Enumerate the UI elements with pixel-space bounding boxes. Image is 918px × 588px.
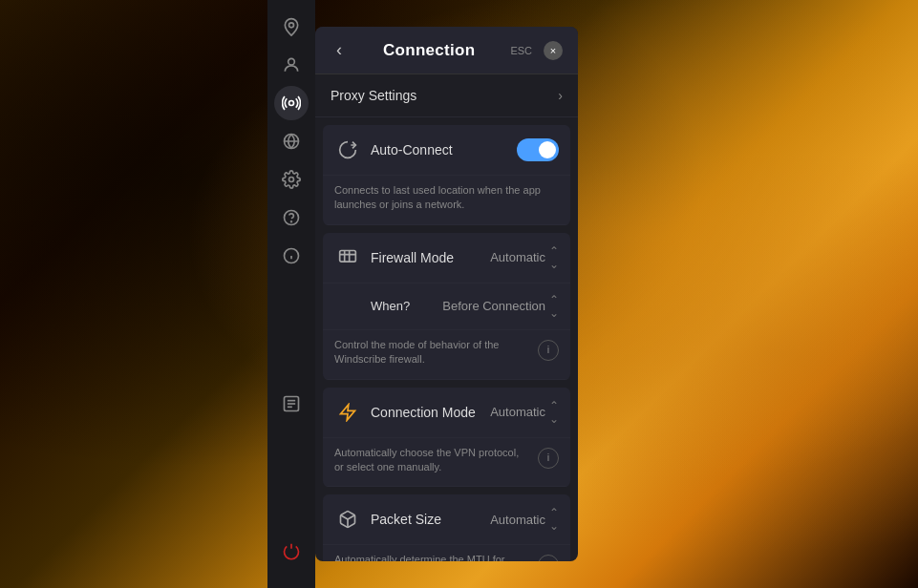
auto-connect-desc: Connects to last used location when the … bbox=[323, 176, 570, 225]
connection-mode-value: Automatic bbox=[490, 405, 545, 419]
panel-header: ‹ Connection ESC × bbox=[315, 27, 578, 74]
esc-label: ESC bbox=[510, 45, 532, 56]
when-chevron-icon: ⌃⌄ bbox=[549, 293, 559, 320]
connection-mode-chevron-icon: ⌃⌄ bbox=[549, 399, 559, 426]
sidebar-icon-help[interactable] bbox=[274, 200, 309, 235]
firewall-mode-chevron-icon: ⌃⌄ bbox=[549, 244, 559, 271]
panel-title: Connection bbox=[355, 41, 502, 60]
packet-size-label: Packet Size bbox=[371, 512, 490, 527]
packet-size-chevron-icon: ⌃⌄ bbox=[549, 506, 559, 533]
proxy-chevron-icon: › bbox=[558, 88, 563, 103]
toggle-knob bbox=[539, 141, 556, 158]
packet-size-card: Packet Size Automatic ⌃⌄ Automatically d… bbox=[323, 494, 570, 561]
connection-panel: ‹ Connection ESC × Proxy Settings › Auto… bbox=[315, 27, 578, 561]
packet-size-desc-text: Automatically determine the MTU for bbox=[334, 553, 530, 561]
panel-content: Proxy Settings › Auto-Connect Connects t… bbox=[315, 74, 578, 561]
sidebar-icon-info[interactable] bbox=[274, 239, 309, 273]
packet-size-value: Automatic bbox=[490, 513, 545, 527]
packet-size-desc: Automatically determine the MTU for i bbox=[323, 545, 570, 561]
svg-point-0 bbox=[289, 23, 294, 28]
svg-rect-14 bbox=[340, 250, 356, 262]
packet-size-icon bbox=[334, 506, 361, 533]
connection-mode-info-icon[interactable]: i bbox=[538, 448, 559, 469]
sidebar-icon-connection[interactable] bbox=[274, 86, 309, 120]
sidebar-icon-settings[interactable] bbox=[274, 162, 309, 197]
svg-point-4 bbox=[289, 178, 294, 182]
sidebar bbox=[267, 0, 315, 588]
firewall-info-icon[interactable]: i bbox=[538, 340, 559, 361]
sidebar-icon-account[interactable] bbox=[274, 48, 309, 82]
sidebar-icon-referral[interactable] bbox=[274, 387, 309, 421]
auto-connect-toggle[interactable] bbox=[517, 138, 559, 161]
proxy-settings-label: Proxy Settings bbox=[331, 88, 416, 103]
connection-mode-desc: Automatically choose the VPN protocol, o… bbox=[323, 438, 570, 488]
back-button[interactable]: ‹ bbox=[331, 38, 348, 62]
connection-mode-card: Connection Mode Automatic ⌃⌄ Automatical… bbox=[323, 388, 570, 488]
firewall-mode-label: Firewall Mode bbox=[371, 250, 490, 265]
sidebar-icon-power[interactable] bbox=[274, 535, 309, 569]
svg-point-1 bbox=[288, 58, 295, 65]
when-row[interactable]: When? Before Connection ⌃⌄ bbox=[323, 284, 570, 330]
svg-point-6 bbox=[291, 221, 292, 222]
connection-mode-desc-text: Automatically choose the VPN protocol, o… bbox=[334, 446, 530, 475]
firewall-mode-row[interactable]: Firewall Mode Automatic ⌃⌄ bbox=[323, 233, 570, 284]
close-button[interactable]: × bbox=[544, 41, 563, 60]
auto-connect-label: Auto-Connect bbox=[371, 142, 517, 158]
auto-connect-desc-text: Connects to last used location when the … bbox=[334, 183, 551, 213]
auto-connect-row: Auto-Connect bbox=[323, 125, 570, 176]
when-label: When? bbox=[334, 299, 442, 313]
firewall-mode-value: Automatic bbox=[490, 250, 545, 264]
sidebar-icon-location[interactable] bbox=[274, 10, 309, 44]
firewall-icon bbox=[334, 244, 361, 271]
svg-marker-18 bbox=[341, 404, 355, 420]
when-value: Before Connection bbox=[442, 299, 545, 313]
auto-connect-card: Auto-Connect Connects to last used locat… bbox=[323, 125, 570, 225]
sidebar-icon-globe[interactable] bbox=[274, 124, 309, 158]
connection-mode-icon bbox=[334, 399, 361, 426]
firewall-desc-text: Control the mode of behavior of the Wind… bbox=[334, 338, 530, 368]
connection-mode-label: Connection Mode bbox=[371, 405, 490, 420]
firewall-desc: Control the mode of behavior of the Wind… bbox=[323, 330, 570, 380]
svg-point-2 bbox=[289, 101, 294, 106]
connection-mode-row[interactable]: Connection Mode Automatic ⌃⌄ bbox=[323, 388, 570, 438]
packet-size-info-icon[interactable]: i bbox=[538, 555, 559, 561]
firewall-mode-card: Firewall Mode Automatic ⌃⌄ When? Before … bbox=[323, 233, 570, 380]
packet-size-row[interactable]: Packet Size Automatic ⌃⌄ bbox=[323, 494, 570, 545]
proxy-settings-row[interactable]: Proxy Settings › bbox=[315, 74, 578, 117]
auto-connect-icon bbox=[334, 136, 361, 163]
